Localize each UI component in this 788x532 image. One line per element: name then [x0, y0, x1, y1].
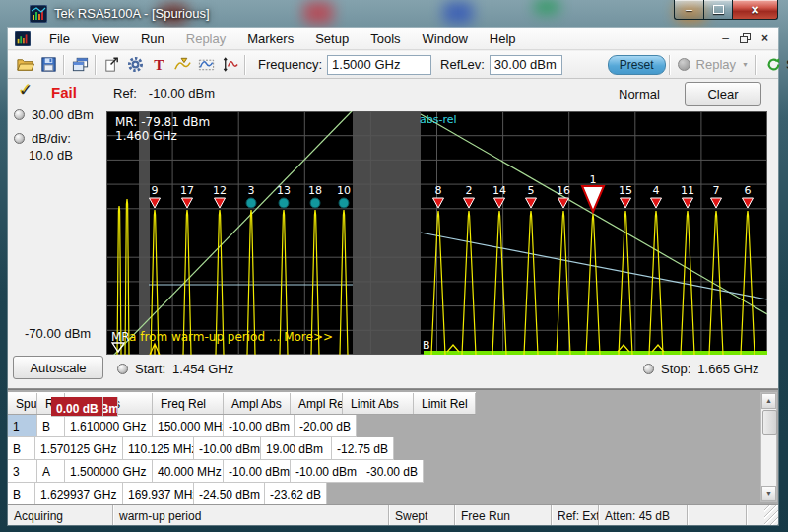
- table-cell: -24.50 dBm: [194, 483, 265, 504]
- scrollbar-thumb[interactable]: [762, 410, 777, 435]
- spectrum-plot[interactable]: 917123131810821451611541176MR: -79.81 dB…: [106, 111, 767, 355]
- window-maximize-button[interactable]: [703, 0, 733, 20]
- menu-item-run[interactable]: Run: [130, 29, 175, 49]
- spur-marker-dot: [310, 198, 320, 208]
- pass-fail-result: Fail: [51, 84, 77, 100]
- spur-marker-dot: [339, 198, 349, 208]
- window-titlebar[interactable]: Tek RSA5100A - [Spurious] – ×: [0, 0, 788, 28]
- column-header-freq-rel[interactable]: Freq Rel: [153, 393, 224, 414]
- spur-table-row[interactable]: 4B1.629937 GHz169.937 MHz-10.00 dBm0.00 …: [8, 483, 476, 504]
- table-cell: 169.937 MHz: [123, 483, 194, 504]
- spur-marker-number: 11: [681, 184, 694, 197]
- spur-marker-number: 5: [528, 184, 535, 197]
- menu-item-markers[interactable]: Markers: [236, 29, 304, 49]
- status-ref-ext: Ref: Ext: [552, 505, 599, 525]
- autoscale-button[interactable]: Autoscale: [13, 356, 103, 379]
- export-display-icon[interactable]: [99, 53, 123, 76]
- table-cell: 110.125 MHz: [123, 437, 194, 460]
- table-cell: -10.00 dBm: [224, 460, 291, 483]
- spur-marker-number: 14: [492, 184, 506, 197]
- table-cell: -30.00 dB: [361, 460, 424, 483]
- clear-button[interactable]: Clear: [685, 82, 761, 106]
- menu-item-view[interactable]: View: [81, 29, 130, 49]
- mdi-close-button[interactable]: ×: [761, 33, 768, 43]
- resize-grip[interactable]: [764, 505, 778, 525]
- column-header-ampl-rel[interactable]: Ampl Rel: [291, 393, 343, 414]
- autoscale-vertical-icon[interactable]: [218, 53, 241, 76]
- open-file-icon[interactable]: [13, 53, 36, 76]
- column-header-limit-rel[interactable]: Limit Rel: [414, 393, 476, 414]
- table-cell: 3: [8, 460, 37, 483]
- table-cell: B: [8, 483, 35, 504]
- desktop-and-window-frame: Tek RSA5100A - [Spurious] – × FileViewRu…: [0, 0, 788, 532]
- table-cell: 40.000 MHz: [153, 460, 224, 483]
- scroll-down-icon[interactable]: ▼: [761, 486, 776, 501]
- table-cell: 19.00 dBm: [261, 437, 332, 460]
- menu-item-window[interactable]: Window: [412, 29, 479, 49]
- menu-item-help[interactable]: Help: [479, 29, 527, 49]
- trace-select-icon[interactable]: [194, 53, 218, 76]
- preset-button[interactable]: Preset: [608, 55, 666, 75]
- settings-icon[interactable]: [123, 53, 147, 76]
- replay-button[interactable]: Replay ▼: [678, 57, 749, 72]
- reflev-input[interactable]: [490, 55, 562, 75]
- table-cell: -10.00 dBm: [194, 437, 261, 460]
- menu-item-file[interactable]: File: [38, 29, 81, 49]
- spur-marker-number: 18: [308, 184, 322, 197]
- table-cell: -10.00 dBm: [291, 460, 361, 483]
- stop-button[interactable]: Stop: [766, 57, 788, 72]
- acquisition-warning-message: a from warm-up period ... More>>: [129, 330, 333, 344]
- spur-marker-number: 2: [466, 184, 473, 197]
- top-level-value[interactable]: 30.00 dBm: [32, 107, 94, 122]
- window-layout-icon[interactable]: [68, 53, 92, 76]
- spur-marker-number: 17: [180, 184, 194, 197]
- marker-to-peak-icon[interactable]: [170, 53, 194, 76]
- text-note-icon[interactable]: T: [147, 53, 170, 76]
- table-cell: -12.75 dB: [332, 437, 394, 460]
- column-header-ampl-abs[interactable]: Ampl Abs: [224, 393, 291, 414]
- spur-table-row[interactable]: 3A1.500000 GHz40.000 MHz-10.00 dBm0.00 d…: [8, 460, 476, 483]
- status-warm-up-period: warm-up period: [113, 505, 389, 525]
- spur-table-row[interactable]: 2B1.570125 GHz110.125 MHz-10.00 dBm0.00 …: [8, 437, 476, 460]
- table-cell: A: [37, 460, 65, 483]
- status-free-run: Free Run: [455, 505, 552, 525]
- marker-readout-amplitude: MR: -79.81 dBm: [115, 115, 210, 129]
- adjust-knob-icon[interactable]: [14, 109, 25, 120]
- spur-marker-number: 9: [152, 184, 159, 197]
- status-atten-45-db: Atten: 45 dB: [599, 505, 688, 525]
- window-close-button[interactable]: ×: [733, 0, 778, 20]
- maximize-icon: [713, 5, 724, 14]
- table-cell: 0.00 dB: [51, 397, 103, 417]
- scroll-up-icon[interactable]: ▲: [761, 393, 776, 409]
- menu-item-setup[interactable]: Setup: [304, 29, 360, 49]
- menu-bar: FileViewRunReplayMarkersSetupToolsWindow…: [8, 28, 778, 50]
- frequency-label: Frequency:: [258, 57, 322, 72]
- spur-marker-number: 13: [277, 184, 291, 197]
- column-header-spur[interactable]: Spur: [8, 393, 37, 414]
- window-minimize-button[interactable]: –: [674, 0, 703, 20]
- pass-fail-check-icon: ✓: [19, 80, 33, 100]
- spur-marker-number: 12: [213, 184, 227, 197]
- save-icon[interactable]: [36, 53, 60, 76]
- menu-item-tools[interactable]: Tools: [360, 29, 411, 49]
- mdi-restore-button[interactable]: [740, 33, 751, 43]
- adjust-knob-icon[interactable]: [117, 364, 128, 374]
- table-scrollbar[interactable]: ▲ ▼: [760, 392, 777, 502]
- mdi-minimize-button[interactable]: –: [722, 33, 729, 43]
- selected-marker-number: 1: [590, 173, 597, 186]
- scale-label[interactable]: dB/div:: [32, 131, 71, 146]
- replay-label: Replay: [696, 57, 736, 72]
- stop-freq-value[interactable]: 1.665 GHz: [697, 362, 758, 376]
- spur-table-row[interactable]: 1B1.610000 GHz150.000 MHz-10.00 dBm0.01 …: [8, 415, 476, 437]
- close-icon: ×: [751, 2, 758, 18]
- toolbar-separator: [244, 55, 246, 75]
- app-icon: [30, 5, 47, 23]
- start-freq-value[interactable]: 1.454 GHz: [172, 362, 233, 376]
- spur-marker-number: 6: [745, 184, 752, 197]
- frequency-input[interactable]: [327, 55, 431, 75]
- column-header-limit-abs[interactable]: Limit Abs: [343, 393, 414, 414]
- adjust-knob-icon[interactable]: [14, 133, 25, 144]
- ref-level-readout: Ref:-10.00 dBm: [113, 86, 215, 100]
- status-swept: Swept: [389, 505, 455, 525]
- adjust-knob-icon[interactable]: [643, 364, 654, 374]
